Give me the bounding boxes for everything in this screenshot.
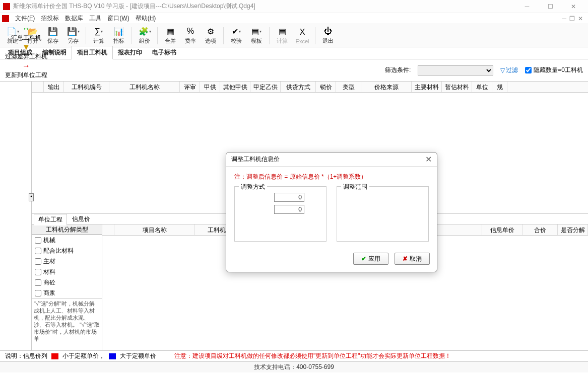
- tab-项目工料机[interactable]: 项目工料机: [72, 46, 113, 59]
- lp-check-配合比材料[interactable]: [35, 248, 41, 254]
- tb-校验[interactable]: ✔▾校验: [227, 25, 246, 46]
- app-icon: [3, 3, 10, 10]
- main-toolbar: 📄▾新建📂打开💾保存💾▾另存∑▾计算📊指标🧩▾组价▦合并%费率⚙选项✔▾校验▤▾…: [0, 24, 588, 47]
- tb-费率[interactable]: %费率: [181, 25, 200, 46]
- col-评审[interactable]: 评审: [180, 82, 200, 92]
- tb-模板[interactable]: ▤▾模板: [247, 25, 266, 46]
- tb-合并[interactable]: ▦合并: [161, 25, 180, 46]
- menu-帮助(H)[interactable]: 帮助(H): [133, 15, 159, 22]
- filter-label: 筛选条件:: [385, 66, 411, 74]
- menu-工具[interactable]: 工具: [86, 15, 104, 22]
- col-blank[interactable]: [32, 82, 44, 92]
- maximize-button[interactable]: ☐: [539, 0, 562, 13]
- 组价-icon: 🧩▾: [140, 26, 150, 36]
- tb-退出[interactable]: ⏻退出: [318, 25, 338, 46]
- col-供货方式[interactable]: 供货方式: [281, 82, 316, 92]
- decompose-header: 工料机分解类型: [32, 224, 102, 235]
- check-icon: ✔: [361, 255, 366, 262]
- 指标-icon: 📊: [114, 26, 124, 36]
- col-锁价[interactable]: 锁价: [316, 82, 336, 92]
- tb-组价[interactable]: 🧩▾组价: [135, 25, 154, 46]
- col-输出[interactable]: 输出: [44, 82, 64, 92]
- splitter-handle[interactable]: ◂: [29, 193, 34, 201]
- sub-过滤差异工料机[interactable]: ▼过滤差异工料机: [5, 42, 47, 61]
- hide-zero-checkbox[interactable]: 隐藏数量=0工料机: [525, 66, 583, 74]
- tabbar: 项目组成编制说明项目工料机报表打印电子标书: [0, 47, 588, 59]
- adjust-value-2[interactable]: [274, 205, 304, 214]
- dialog-note: 注：调整后信息价 = 原始信息价 *（1+调整系数）: [234, 173, 429, 181]
- tb-计算: ▤计算: [273, 25, 292, 46]
- col-blank[interactable]: [102, 224, 114, 235]
- col-项目名称[interactable]: 项目名称: [114, 224, 195, 235]
- status-warning: 注意：建设项目级对工料机做的任何修改都必须使用"更新到单位工程"功能才会实际更新…: [174, 352, 451, 360]
- cancel-button[interactable]: ✘ 取消: [395, 253, 430, 265]
- col-合价[interactable]: 合价: [522, 224, 558, 235]
- menubar: 文件(F)招投标数据库工具窗口(W)帮助(H) ─ ❐ ✕: [0, 13, 588, 24]
- mdi-close-icon[interactable]: ✕: [578, 15, 583, 22]
- col-工料机编号[interactable]: 工料机编号: [64, 82, 109, 92]
- tb-另存[interactable]: 💾▾另存: [63, 25, 83, 46]
- funnel-icon: ▽: [500, 67, 505, 74]
- hide-zero-input[interactable]: [525, 67, 532, 73]
- close-button[interactable]: ✕: [562, 0, 585, 13]
- mdi-restore-icon[interactable]: ❐: [569, 15, 575, 22]
- decompose-list: 机械 配合比材料 主材 材料 商砼 商浆: [32, 235, 102, 298]
- lp-item-机械[interactable]: 机械: [32, 235, 102, 246]
- sub-汇总工料机[interactable]: ↔汇总工料机: [5, 24, 47, 42]
- 费率-icon: %: [185, 26, 195, 36]
- Excel-icon: X: [297, 27, 307, 37]
- col-主要材料[interactable]: 主要材料: [412, 82, 442, 92]
- tb-计算[interactable]: ∑▾计算: [89, 25, 108, 46]
- minimize-button[interactable]: ─: [515, 0, 539, 13]
- col-工料机名称[interactable]: 工料机名称: [109, 82, 180, 92]
- lp-item-材料[interactable]: 材料: [32, 267, 102, 277]
- apply-button[interactable]: ✔ 应用: [353, 253, 388, 265]
- lp-check-机械[interactable]: [35, 237, 41, 244]
- x-icon: ✘: [403, 255, 408, 262]
- mdi-minimize-icon[interactable]: ─: [562, 15, 566, 22]
- col-信息单价[interactable]: 信息单价: [482, 224, 522, 235]
- window-title: 斯维尔清单计价全国 THS-BQ V10 学习版 - [建设项目---C:\Us…: [13, 2, 515, 11]
- filter-combo[interactable]: [418, 65, 493, 76]
- 退出-icon: ⏻: [323, 26, 333, 36]
- menu-招投标[interactable]: 招投标: [38, 15, 62, 22]
- lp-item-商砼[interactable]: 商砼: [32, 277, 102, 288]
- lp-check-主材[interactable]: [35, 258, 41, 265]
- sub-更新到单位工程[interactable]: →更新到单位工程: [5, 61, 47, 80]
- col-单位[interactable]: 单位: [472, 82, 492, 92]
- col-甲供[interactable]: 甲供: [200, 82, 220, 92]
- menu-文件(F)[interactable]: 文件(F): [12, 15, 38, 22]
- adjust-value-1[interactable]: [274, 193, 304, 202]
- 选项-icon: ⚙: [206, 26, 216, 36]
- status-bar-1: 说明：信息价列 小于定额单价， 大于定额单价 注意：建设项目级对工料机做的任何修…: [0, 350, 588, 361]
- col-其他甲供[interactable]: 其他甲供: [220, 82, 250, 92]
- lp-item-商浆[interactable]: 商浆: [32, 288, 102, 298]
- filter-link[interactable]: ▽ 过滤: [500, 66, 518, 74]
- tb-选项[interactable]: ⚙选项: [201, 25, 220, 46]
- tab-报表打印[interactable]: 报表打印: [113, 46, 147, 59]
- adjust-range-fieldset: 调整范围: [337, 186, 429, 242]
- btab-信息价[interactable]: 信息价: [68, 214, 94, 224]
- tb-指标[interactable]: 📊指标: [109, 25, 128, 46]
- 合并-icon: ▦: [165, 26, 175, 36]
- col-规[interactable]: 规: [492, 82, 507, 92]
- col-甲定乙供[interactable]: 甲定乙供: [250, 82, 281, 92]
- tab-电子标书[interactable]: 电子标书: [147, 46, 181, 59]
- lp-item-主材[interactable]: 主材: [32, 256, 102, 267]
- lp-check-材料[interactable]: [35, 269, 41, 275]
- col-类型[interactable]: 类型: [336, 82, 361, 92]
- col-价格来源[interactable]: 价格来源: [361, 82, 412, 92]
- menu-数据库[interactable]: 数据库: [62, 15, 86, 22]
- lp-item-配合比材料[interactable]: 配合比材料: [32, 246, 102, 256]
- menu-窗口(W)[interactable]: 窗口(W): [104, 15, 132, 22]
- lp-check-商浆[interactable]: [35, 290, 41, 296]
- col-暂估材料[interactable]: 暂估材料: [442, 82, 472, 92]
- 模板-icon: ▤▾: [251, 26, 262, 36]
- sub-toolbar: ↔汇总工料机▼过滤差异工料机→更新到单位工程▥批量调整信息价统一选择信息价 筛选…: [0, 59, 588, 82]
- col-是否分解[interactable]: 是否分解: [558, 224, 588, 235]
- dialog-close-icon[interactable]: ✕: [425, 155, 432, 164]
- 计算-icon: ▤: [277, 26, 287, 36]
- btab-单位工程[interactable]: 单位工程: [34, 214, 67, 225]
- tb-Excel: XExcel: [293, 25, 312, 46]
- lp-check-商砼[interactable]: [35, 279, 41, 286]
